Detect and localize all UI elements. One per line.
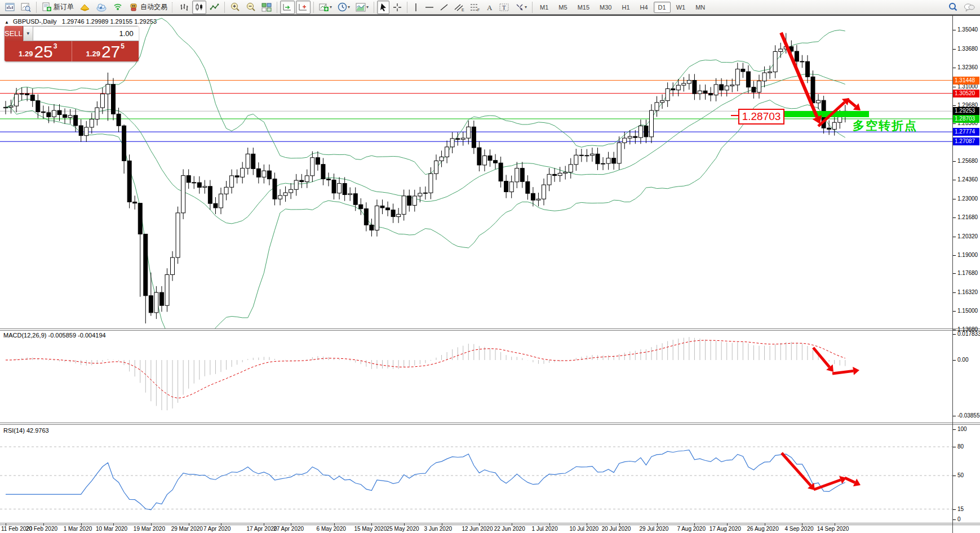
price-annotation-box[interactable]: 1.28703 — [738, 109, 784, 125]
signals-button[interactable] — [110, 1, 125, 14]
macd-indicator-panel[interactable] — [0, 330, 952, 424]
x-axis-date-label: 1 Mar 2020 — [64, 526, 92, 532]
volume-decrease-button[interactable]: ▼ — [23, 26, 33, 41]
svg-text:A: A — [487, 3, 493, 12]
level-price-tag[interactable]: 1.30520 — [953, 90, 979, 97]
fibonacci-icon: F — [470, 3, 480, 12]
new-order-button[interactable]: 新订单 — [39, 1, 76, 14]
timeframe-toolbar: M1M5M15M30H1H4D1W1MN — [535, 2, 710, 13]
equidistant-channel-tool-button[interactable]: E — [452, 1, 467, 14]
level-price-tag[interactable]: 1.27774 — [953, 128, 979, 136]
indicators-dropdown-caret[interactable]: ▾ — [330, 5, 332, 10]
line-chart-button[interactable] — [207, 1, 221, 14]
horizontal-line-tool-button[interactable] — [423, 1, 436, 14]
crosshair-tool-button[interactable] — [391, 1, 404, 14]
cursor-icon — [379, 3, 387, 12]
price-axis-tick — [953, 49, 956, 50]
periods-dropdown-caret[interactable]: ▾ — [348, 5, 350, 10]
candlestick-chart-button[interactable] — [192, 1, 206, 14]
fibonacci-tool-button[interactable]: F — [468, 1, 482, 14]
equidistant-channel-icon: E — [454, 3, 464, 12]
autotrading-button[interactable]: 自动交易 — [126, 1, 170, 14]
cursor-tool-button[interactable] — [377, 1, 389, 14]
trend-arrow[interactable] — [832, 371, 853, 374]
sell-price[interactable]: 1.29 25 3 — [5, 41, 72, 61]
periods-button[interactable]: ▾ — [335, 1, 352, 14]
price-axis-tick — [953, 292, 956, 293]
trendline-tool-button[interactable] — [437, 1, 451, 14]
indicators-button[interactable]: ▾ — [317, 1, 334, 14]
text-tool-button[interactable]: A — [484, 1, 496, 14]
zoom-in-button[interactable] — [228, 1, 242, 14]
price-axis-tick-label: 1.21680 — [957, 214, 978, 221]
price-axis-tick — [953, 311, 956, 312]
trend-arrow[interactable] — [782, 453, 811, 486]
rsi-axis-tick — [953, 509, 956, 510]
x-axis-date-label: 17 Aug 2020 — [709, 526, 741, 532]
sell-button[interactable]: SELL — [5, 26, 23, 41]
x-axis-date-label: 10 Mar 2020 — [96, 526, 127, 532]
autotrading-label: 自动交易 — [140, 2, 167, 12]
trend-arrow[interactable] — [814, 480, 841, 490]
vps-button[interactable] — [94, 1, 109, 14]
templates-dropdown-caret[interactable]: ▾ — [366, 5, 369, 10]
buy-price-small: 1.29 — [86, 48, 100, 60]
chart-shift-button[interactable] — [296, 1, 311, 14]
rsi-axis-tick — [953, 519, 956, 520]
level-price-tag[interactable]: 1.28703 — [953, 115, 979, 123]
chat-button[interactable] — [961, 1, 977, 14]
arrows-dropdown-caret[interactable]: ▾ — [525, 5, 527, 10]
panel-separator[interactable] — [0, 423, 980, 425]
trend-arrow[interactable] — [845, 478, 855, 482]
timeframe-button-MN[interactable]: MN — [691, 2, 709, 13]
x-axis-date-label: 29 Mar 2020 — [171, 526, 203, 532]
level-price-tag[interactable]: 1.31448 — [953, 77, 979, 85]
profiles-button[interactable] — [19, 1, 33, 14]
templates-icon — [356, 3, 366, 12]
buy-price-big: 27 — [101, 43, 120, 60]
templates-button[interactable]: ▾ — [353, 1, 371, 14]
main-price-chart[interactable] — [0, 16, 952, 330]
metaeditor-button[interactable] — [77, 1, 92, 14]
text-label-tool-button[interactable]: T — [497, 1, 512, 14]
panel-separator[interactable] — [0, 328, 980, 331]
periods-clock-icon — [338, 2, 347, 12]
timeframe-button-W1[interactable]: W1 — [672, 2, 690, 13]
buy-price[interactable]: 1.29 27 5 — [72, 41, 139, 61]
timeframe-button-M1[interactable]: M1 — [535, 2, 553, 13]
volume-input[interactable] — [33, 26, 139, 41]
timeframe-button-M30[interactable]: M30 — [595, 2, 616, 13]
bar-chart-button[interactable] — [177, 1, 191, 14]
timeframe-button-D1[interactable]: D1 — [654, 2, 671, 13]
buy-price-sup: 5 — [121, 41, 125, 50]
bar-chart-icon — [179, 3, 189, 12]
price-axis-tick-label: 1.35040 — [957, 26, 978, 33]
support-zone-bar[interactable] — [782, 111, 869, 117]
tile-windows-button[interactable] — [259, 1, 274, 14]
vertical-line-tool-button[interactable] — [410, 1, 422, 14]
x-axis-date-label: 20 Feb 2020 — [26, 526, 57, 532]
chat-icon — [964, 3, 975, 12]
auto-scroll-icon — [282, 3, 292, 12]
rsi-axis-tick — [953, 429, 956, 430]
pivot-point-annotation-text[interactable]: 多空转折点 — [853, 118, 917, 134]
timeframe-button-H1[interactable]: H1 — [617, 2, 634, 13]
timeframe-button-M15[interactable]: M15 — [573, 2, 594, 13]
macd-axis-tick-label: -0.038559 — [957, 412, 980, 419]
timeframe-button-M5[interactable]: M5 — [554, 2, 571, 13]
rsi-indicator-panel[interactable] — [0, 425, 952, 523]
timeframe-button-H4[interactable]: H4 — [636, 2, 653, 13]
autotrading-icon — [128, 3, 139, 12]
auto-scroll-button[interactable] — [280, 1, 295, 14]
level-price-tag[interactable]: 1.27087 — [953, 137, 979, 145]
x-axis-date-label: 22 Jun 2020 — [494, 526, 525, 532]
zoom-out-button[interactable] — [243, 1, 258, 14]
arrows-tool-button[interactable]: ▾ — [513, 1, 529, 14]
new-chart-button[interactable] — [3, 1, 17, 14]
price-axis-tick — [953, 237, 956, 237]
search-button[interactable] — [946, 1, 960, 14]
trend-arrow[interactable] — [781, 33, 817, 117]
trend-arrow[interactable] — [847, 99, 856, 106]
price-axis-tick-label: 1.32360 — [957, 64, 978, 71]
x-axis-date-label: 7 Aug 2020 — [677, 526, 706, 532]
